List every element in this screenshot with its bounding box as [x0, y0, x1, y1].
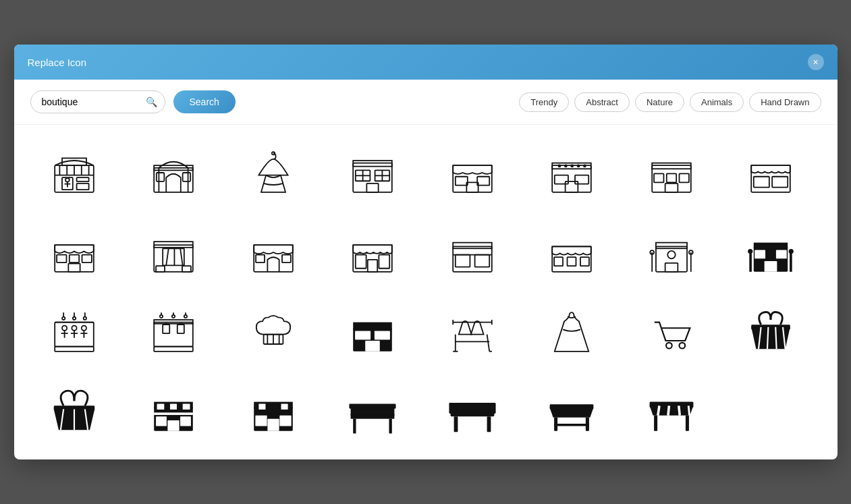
svg-rect-29	[455, 177, 467, 186]
filter-nature[interactable]: Nature	[635, 92, 684, 112]
search-button[interactable]: Search	[173, 90, 236, 113]
svg-rect-64	[353, 245, 392, 272]
svg-point-83	[667, 251, 676, 259]
svg-point-134	[666, 343, 672, 349]
svg-rect-48	[751, 165, 790, 192]
svg-rect-66	[379, 255, 389, 269]
icon-clothes-rack[interactable]	[429, 295, 516, 369]
icon-store-6[interactable]	[628, 136, 715, 210]
svg-rect-53	[69, 255, 78, 263]
svg-rect-153	[167, 420, 179, 431]
svg-rect-158	[255, 416, 267, 426]
svg-line-131	[487, 335, 489, 352]
svg-point-90	[789, 249, 794, 254]
icon-store-8[interactable]	[30, 215, 118, 289]
svg-rect-148	[157, 403, 165, 410]
icon-store-11[interactable]	[329, 215, 416, 289]
icon-store-5[interactable]	[528, 136, 615, 210]
svg-rect-88	[790, 252, 792, 272]
icon-clothing-display[interactable]	[130, 295, 217, 369]
search-input[interactable]	[30, 90, 165, 113]
svg-line-177	[678, 405, 679, 415]
icon-storefront-solid-1[interactable]	[130, 374, 217, 449]
icon-shopping-cart-small[interactable]	[628, 295, 715, 369]
svg-rect-71	[474, 255, 489, 267]
svg-rect-67	[368, 260, 377, 272]
svg-rect-55	[68, 264, 80, 272]
icon-storefront-solid-2[interactable]	[229, 374, 317, 449]
icon-canopy-solid-1[interactable]	[329, 374, 416, 449]
svg-rect-122	[353, 323, 392, 331]
svg-rect-60	[182, 266, 191, 272]
icon-canopy-solid-4[interactable]	[628, 374, 715, 449]
svg-rect-86	[754, 243, 788, 249]
svg-point-103	[72, 326, 76, 331]
icons-area[interactable]	[14, 125, 838, 459]
svg-rect-75	[568, 257, 576, 266]
svg-rect-170	[550, 404, 594, 409]
svg-rect-12	[154, 168, 193, 192]
svg-rect-40	[575, 175, 588, 184]
icon-store-9[interactable]	[130, 215, 217, 289]
svg-point-89	[748, 249, 752, 254]
icon-store-solid-2[interactable]	[329, 295, 416, 369]
svg-point-104	[81, 326, 86, 331]
icon-dress-hanger[interactable]	[229, 136, 317, 210]
svg-rect-52	[57, 255, 66, 263]
icon-canopy-solid-2[interactable]	[429, 374, 516, 449]
icon-chef-hat[interactable]	[229, 295, 317, 369]
filter-hand-drawn[interactable]: Hand Drawn	[749, 92, 821, 112]
icon-canopy-solid-3[interactable]	[528, 374, 615, 449]
icon-display-window[interactable]	[30, 295, 118, 369]
svg-line-138	[767, 327, 768, 349]
icon-store-fancy[interactable]	[628, 215, 715, 289]
svg-line-178	[688, 405, 689, 415]
svg-rect-115	[177, 325, 184, 333]
svg-point-112	[184, 315, 187, 318]
svg-rect-105	[55, 347, 94, 352]
icon-basket-1[interactable]	[727, 295, 815, 369]
icon-store-7[interactable]	[727, 136, 815, 210]
filter-trendy[interactable]: Trendy	[519, 92, 569, 112]
modal-overlay[interactable]: Replace Icon × 🔍 Search Trendy Abstract …	[0, 0, 851, 504]
svg-point-9	[65, 178, 70, 182]
icon-store-13[interactable]	[528, 215, 615, 289]
icon-store-4[interactable]	[429, 136, 516, 210]
svg-rect-106	[154, 323, 193, 347]
svg-rect-174	[649, 402, 693, 408]
svg-rect-93	[776, 250, 787, 258]
filter-abstract[interactable]: Abstract	[574, 92, 630, 112]
svg-rect-69	[453, 243, 492, 249]
svg-point-37	[578, 165, 580, 167]
svg-rect-150	[183, 403, 190, 410]
icon-basket-2[interactable]	[30, 374, 118, 449]
svg-line-176	[667, 405, 668, 415]
svg-rect-162	[353, 419, 356, 434]
svg-rect-124	[375, 331, 390, 340]
svg-rect-41	[566, 181, 578, 192]
svg-rect-63	[281, 255, 290, 263]
icon-dress-solid[interactable]	[528, 295, 615, 369]
svg-rect-160	[267, 419, 279, 431]
svg-rect-92	[754, 250, 765, 258]
svg-rect-167	[487, 416, 491, 432]
filter-animals[interactable]: Animals	[690, 92, 744, 112]
icon-store-10[interactable]	[229, 215, 317, 289]
icon-boutique-1[interactable]	[30, 136, 118, 210]
svg-rect-61	[254, 245, 293, 272]
svg-rect-46	[679, 173, 688, 182]
icon-store-3[interactable]	[329, 136, 416, 210]
icon-store-12[interactable]	[429, 215, 516, 289]
toolbar: 🔍 Search Trendy Abstract Nature Animals …	[14, 80, 838, 125]
svg-rect-39	[555, 175, 568, 184]
svg-rect-116	[154, 347, 193, 352]
modal-header: Replace Icon ×	[14, 45, 838, 80]
close-button[interactable]: ×	[808, 54, 824, 70]
svg-rect-157	[281, 403, 287, 410]
svg-point-34	[559, 165, 561, 167]
icon-store-solid-1[interactable]	[727, 215, 815, 289]
svg-rect-136	[751, 325, 790, 329]
svg-point-108	[160, 315, 163, 318]
icon-boutique-2[interactable]	[130, 136, 217, 210]
svg-point-35	[565, 165, 567, 167]
